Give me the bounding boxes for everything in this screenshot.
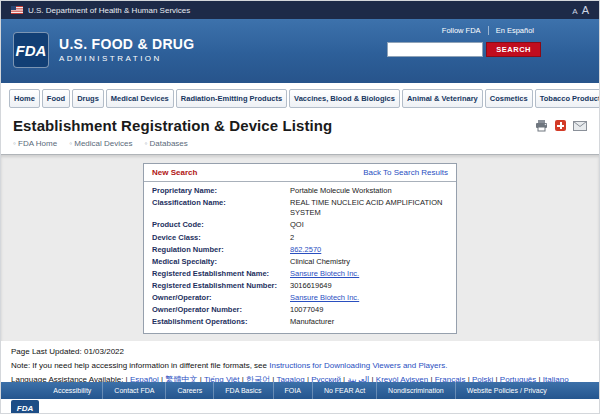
- footer-link-accessibility[interactable]: Accessibility: [42, 382, 102, 399]
- field-value: Clinical Chemistry: [290, 257, 350, 267]
- email-icon[interactable]: [573, 121, 587, 131]
- footer-link-website-policies[interactable]: Website Policies / Privacy: [455, 382, 558, 399]
- field-value: QOI: [290, 220, 304, 230]
- fda-page: U.S. Department of Health & Human Servic…: [0, 0, 600, 414]
- font-size-controls: A A: [572, 4, 589, 16]
- nav-tab-vaccines-blood-biologics[interactable]: Vaccines, Blood & Biologics: [289, 89, 400, 108]
- row-registered-establishment-number: Registered Establishment Number: 3016619…: [144, 280, 456, 292]
- field-label: Establishment Operations:: [152, 317, 290, 327]
- field-label: Medical Specialty:: [152, 257, 290, 267]
- owner-operator-link[interactable]: Sansure Biotech Inc.: [290, 293, 359, 303]
- footer-link-careers[interactable]: Careers: [165, 382, 213, 399]
- breadcrumb: FDA Home Medical Devices Databases: [1, 136, 599, 154]
- search-button[interactable]: SEARCH: [486, 42, 541, 57]
- footer-link-contact-fda[interactable]: Contact FDA: [102, 382, 165, 399]
- org-name-line1: U.S. FOOD & DRUG: [59, 36, 194, 52]
- viewers-players-link[interactable]: Instructions for Downloading Viewers and…: [269, 361, 447, 370]
- field-label: Registered Establishment Number:: [152, 281, 290, 291]
- nav-tab-cosmetics[interactable]: Cosmetics: [485, 89, 533, 108]
- search-input[interactable]: [387, 42, 483, 57]
- row-proprietary-name: Proprietary Name: Portable Molecule Work…: [144, 185, 456, 197]
- registered-establishment-name-link[interactable]: Sansure Biotech Inc.: [290, 269, 359, 279]
- field-label: Product Code:: [152, 220, 290, 230]
- breadcrumb-medical-devices[interactable]: Medical Devices: [69, 139, 132, 148]
- nav-tab-food[interactable]: Food: [42, 89, 70, 108]
- header-search: SEARCH: [387, 42, 541, 57]
- field-label: Proprietary Name:: [152, 186, 290, 196]
- nav-tab-animal-veterinary[interactable]: Animal & Veterinary: [402, 89, 483, 108]
- row-device-class: Device Class: 2: [144, 232, 456, 244]
- nav-tab-medical-devices[interactable]: Medical Devices: [106, 89, 174, 108]
- page-header: Establishment Registration & Device List…: [1, 108, 599, 136]
- nav-tab-radiation-emitting-products[interactable]: Radiation-Emitting Products: [176, 89, 287, 108]
- header-links: Follow FDA En Español: [387, 26, 541, 35]
- new-search-link[interactable]: New Search: [152, 168, 197, 177]
- field-label: Regulation Number:: [152, 245, 290, 255]
- field-label: Owner/Operator:: [152, 293, 290, 303]
- fda-org-title: U.S. FOOD & DRUG ADMINISTRATION: [59, 36, 194, 63]
- device-record-card: New Search Back To Search Results Propri…: [143, 163, 457, 334]
- row-regulation-number: Regulation Number: 862.2570: [144, 244, 456, 256]
- note-text: Note: If you need help accessing informa…: [11, 361, 269, 370]
- row-registered-establishment-name: Registered Establishment Name: Sansure B…: [144, 268, 456, 280]
- nav-tab-home[interactable]: Home: [9, 89, 40, 108]
- row-owner-operator: Owner/Operator: Sansure Biotech Inc.: [144, 292, 456, 304]
- footer-nav-bar: Accessibility Contact FDA Careers FDA Ba…: [1, 382, 599, 399]
- font-size-small-button[interactable]: A: [572, 7, 577, 16]
- regulation-number-link[interactable]: 862.2570: [290, 245, 321, 255]
- row-medical-specialty: Medical Specialty: Clinical Chemistry: [144, 256, 456, 268]
- nav-tab-tobacco-products[interactable]: Tobacco Products: [535, 89, 600, 108]
- footer-link-no-fear-act[interactable]: No FEAR Act: [312, 382, 376, 399]
- row-classification-name: Classification Name: REAL TIME NUCLEIC A…: [144, 197, 456, 219]
- field-value: 2: [290, 233, 294, 243]
- device-record-table: Proprietary Name: Portable Molecule Work…: [144, 182, 456, 333]
- print-icon[interactable]: [535, 120, 548, 132]
- share-icon[interactable]: [555, 120, 566, 131]
- field-value: Manufacturer: [290, 317, 334, 327]
- content-area: New Search Back To Search Results Propri…: [1, 154, 599, 341]
- file-formats-note: Note: If you need help accessing informa…: [11, 361, 589, 372]
- footer-link-nondiscrimination[interactable]: Nondiscrimination: [376, 382, 455, 399]
- hhs-department-label: U.S. Department of Health & Human Servic…: [28, 6, 190, 15]
- field-value: REAL TIME NUCLEIC ACID AMPLIFICATION SYS…: [290, 198, 448, 218]
- nav-tab-drugs[interactable]: Drugs: [72, 89, 104, 108]
- us-flag-icon: [11, 6, 23, 14]
- row-establishment-operations: Establishment Operations: Manufacturer: [144, 316, 456, 328]
- fda-footer-logo[interactable]: FDA: [11, 400, 39, 414]
- field-label: Classification Name:: [152, 198, 290, 218]
- field-label: Owner/Operator Number:: [152, 305, 290, 315]
- main-nav: Home Food Drugs Medical Devices Radiatio…: [1, 83, 599, 108]
- breadcrumb-fda-home[interactable]: FDA Home: [13, 139, 57, 148]
- en-espanol-link[interactable]: En Español: [489, 26, 541, 35]
- org-name-line2: ADMINISTRATION: [59, 54, 194, 63]
- field-value: 3016619649: [290, 281, 332, 291]
- page-action-icons: [535, 120, 587, 132]
- page-last-updated: Page Last Updated: 01/03/2022: [11, 347, 589, 358]
- field-value: 10077049: [290, 305, 323, 315]
- row-owner-operator-number: Owner/Operator Number: 10077049: [144, 304, 456, 316]
- field-label: Registered Establishment Name:: [152, 269, 290, 279]
- hhs-top-bar: U.S. Department of Health & Human Servic…: [1, 1, 599, 19]
- footer-link-foia[interactable]: FOIA: [273, 382, 312, 399]
- field-label: Device Class:: [152, 233, 290, 243]
- font-size-large-button[interactable]: A: [582, 4, 589, 16]
- fda-header: FDA U.S. FOOD & DRUG ADMINISTRATION Foll…: [1, 19, 599, 83]
- header-right-tools: Follow FDA En Español SEARCH: [387, 26, 541, 57]
- record-card-header: New Search Back To Search Results: [144, 164, 456, 182]
- footer-link-fda-basics[interactable]: FDA Basics: [213, 382, 272, 399]
- back-to-search-results-link[interactable]: Back To Search Results: [363, 168, 448, 177]
- row-product-code: Product Code: QOI: [144, 219, 456, 231]
- fda-logo[interactable]: FDA: [13, 32, 49, 68]
- field-value: Portable Molecule Workstation: [290, 186, 392, 196]
- page-title: Establishment Registration & Device List…: [13, 117, 332, 134]
- breadcrumb-databases[interactable]: Databases: [145, 139, 188, 148]
- follow-fda-link[interactable]: Follow FDA: [435, 26, 489, 35]
